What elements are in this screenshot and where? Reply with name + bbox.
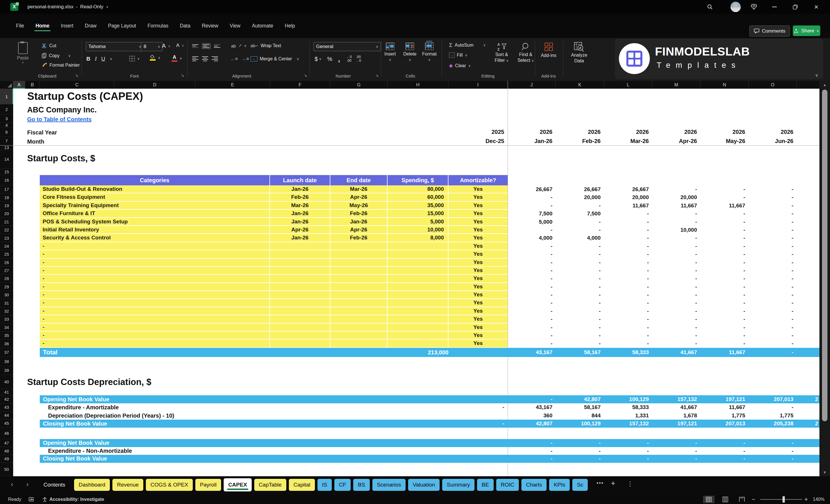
monthly-cell[interactable]: 7,500 — [556, 210, 604, 218]
table-row[interactable]: - Yes — [40, 266, 508, 275]
monthly-cell[interactable]: - — [749, 403, 797, 411]
zoom-level[interactable]: 140% — [813, 495, 825, 504]
monthly-cell[interactable]: - — [700, 218, 749, 226]
cell-end-date[interactable]: Mar-26 — [330, 185, 387, 193]
monthly-cell[interactable]: - — [700, 226, 749, 234]
shrink-font-button[interactable]: A∨ — [176, 43, 184, 48]
monthly-row[interactable]: 7,500 7,500 - - - - — [508, 210, 820, 218]
monthly-cell[interactable]: - — [749, 250, 797, 258]
monthly-cell[interactable]: - — [749, 332, 797, 340]
cell-spending[interactable] — [387, 332, 448, 339]
sheet-options-icon[interactable]: ⋮ — [627, 480, 633, 488]
cell-spending[interactable] — [387, 242, 448, 250]
sheet-tab[interactable]: Revenue — [113, 479, 143, 491]
cell-spending[interactable]: 8,000 — [387, 234, 448, 242]
cell-launch-date[interactable] — [270, 291, 330, 298]
increase-indent-button[interactable]: →≡ — [242, 56, 249, 62]
row-header[interactable]: 41 — [0, 389, 13, 395]
column-header[interactable]: N — [700, 81, 749, 89]
monthly-row[interactable]: - - - - - - — [508, 283, 820, 291]
chevron-down-icon[interactable]: ∨ — [110, 57, 113, 61]
monthly-cell[interactable]: - — [556, 202, 604, 210]
row-header[interactable]: 22 — [0, 226, 13, 234]
cell-amortizable[interactable]: Yes — [448, 193, 508, 201]
monthly-cell[interactable]: 197,121 — [700, 395, 749, 403]
cell-category[interactable]: Studio Build-Out & Renovation — [40, 185, 270, 193]
monthly-cell[interactable]: - — [652, 266, 701, 275]
wrap-text-button[interactable]: ab↵ Wrap Text — [251, 43, 281, 48]
align-middle-button[interactable] — [202, 43, 211, 49]
sheet-tab[interactable]: KPIs — [549, 479, 570, 491]
cell-spending[interactable]: 5,000 — [387, 218, 448, 225]
depreciation-row[interactable]: Expenditure - Amortizable - 43,167 58,16… — [40, 403, 820, 411]
monthly-cell[interactable]: 26,667 — [604, 185, 652, 193]
comments-button[interactable]: Comments — [749, 26, 790, 37]
cell-launch-date[interactable] — [270, 315, 330, 323]
row-header[interactable]: 2 — [0, 104, 13, 115]
table-row[interactable]: - Yes — [40, 275, 508, 283]
cell-amortizable[interactable]: Yes — [448, 234, 508, 242]
row-header[interactable]: 19 — [0, 202, 13, 210]
monthly-row[interactable]: - 20,000 20,000 20,000 - - — [508, 193, 820, 201]
monthly-cell[interactable]: 58,167 — [556, 403, 604, 411]
column-header[interactable]: L — [604, 81, 652, 89]
table-row[interactable]: - Yes — [40, 299, 508, 307]
monthly-cell[interactable]: 157,132 — [604, 420, 652, 428]
row-header[interactable]: 36 — [0, 340, 13, 348]
cell-spending[interactable] — [387, 283, 448, 290]
monthly-row[interactable]: - - - - - - — [508, 266, 820, 275]
monthly-cell[interactable]: 7,500 — [508, 210, 556, 218]
ribbon-tab[interactable]: Formulas — [142, 20, 174, 32]
depreciation-row[interactable]: Opening Net Book Value - - - - - - — [40, 439, 820, 447]
monthly-cell[interactable]: 11,667 — [700, 403, 749, 411]
row-header[interactable]: 17 — [0, 185, 13, 193]
row-header[interactable]: 1 — [0, 89, 13, 104]
monthly-cell[interactable]: - — [700, 185, 749, 193]
row-header[interactable]: 34 — [0, 323, 13, 332]
monthly-cell[interactable]: - — [700, 283, 749, 291]
cell-launch-date[interactable] — [270, 323, 330, 331]
monthly-cell[interactable]: - — [508, 250, 556, 258]
cell-launch-date[interactable] — [270, 242, 330, 250]
cell-end-date[interactable] — [330, 299, 387, 306]
monthly-cell[interactable]: - — [652, 307, 701, 315]
monthly-cell[interactable]: - — [749, 226, 797, 234]
cell-category[interactable]: - — [40, 323, 270, 331]
monthly-row[interactable]: - - - - - - — [508, 250, 820, 258]
cell-launch-date[interactable]: Apr-26 — [270, 226, 330, 233]
page-break-view-button[interactable] — [736, 496, 747, 503]
column-header[interactable]: E — [195, 81, 270, 89]
monthly-row[interactable]: - - - - - - — [508, 340, 820, 348]
monthly-cell[interactable]: - — [508, 291, 556, 299]
total-row[interactable]: Total 213,000 43,16758,16758,33341,66711… — [40, 348, 820, 357]
monthly-cell[interactable]: - — [604, 340, 652, 348]
cell-end-date[interactable]: May-26 — [330, 202, 387, 209]
monthly-row[interactable]: - - - - - - — [508, 307, 820, 315]
cell-amortizable[interactable]: Yes — [448, 218, 508, 225]
monthly-cell[interactable]: - — [556, 447, 604, 455]
cell-category[interactable]: Core Fitness Equipment — [40, 193, 270, 201]
ribbon-tab[interactable]: View — [224, 20, 246, 32]
format-cells-button[interactable]: Format∨ — [422, 43, 437, 62]
cell-spending[interactable] — [387, 315, 448, 323]
table-row[interactable]: - Yes — [40, 283, 508, 291]
monthly-row[interactable]: - - - - - - — [508, 299, 820, 307]
increase-decimal-button[interactable]: ←0.00 — [346, 55, 352, 63]
column-header[interactable] — [797, 81, 820, 89]
monthly-cell[interactable]: - — [556, 332, 604, 340]
table-header-cell[interactable]: Spending, $ — [387, 175, 448, 185]
cell-category[interactable]: Security & Access Control — [40, 234, 270, 242]
cell-amortizable[interactable]: Yes — [448, 242, 508, 250]
dec-25-cell[interactable]: - — [448, 403, 508, 411]
monthly-cell[interactable]: 207,013 — [700, 420, 749, 428]
orientation-button[interactable]: ab↗∨ — [231, 43, 247, 48]
monthly-cell[interactable]: - — [556, 275, 604, 283]
row-header[interactable]: 31 — [0, 299, 13, 307]
cell-end-date[interactable]: Jan-26 — [330, 218, 387, 225]
add-ins-button[interactable]: Add-ins — [540, 43, 557, 58]
monthly-cell[interactable]: - — [604, 299, 652, 307]
monthly-cell[interactable]: - — [700, 291, 749, 299]
cell-amortizable[interactable]: Yes — [448, 202, 508, 209]
cell-category[interactable]: - — [40, 340, 270, 347]
monthly-cell[interactable]: - — [508, 259, 556, 266]
